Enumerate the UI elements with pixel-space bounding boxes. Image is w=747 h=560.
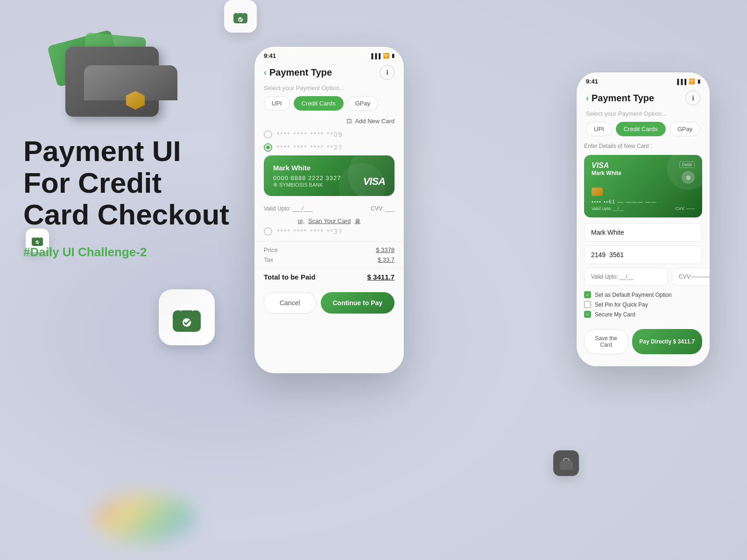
card-number-1: **** **** **** **09 xyxy=(277,131,343,138)
sgc-top: VISA Mark White Debit ⊛ xyxy=(592,161,695,184)
battery-icon: ▮ xyxy=(392,53,395,59)
card-item-2[interactable]: **** **** **** **27 xyxy=(264,143,395,152)
valid-cvv-row: Valid Upto: ___/___ CVV: ___ xyxy=(254,200,404,215)
checkbox-1[interactable] xyxy=(584,291,591,298)
valid-upto-input[interactable] xyxy=(584,268,668,286)
checkbox-label-1: Set as Default Payment Option xyxy=(595,292,672,298)
time-1: 9:41 xyxy=(264,52,276,59)
header-left-2: ‹ Payment Type xyxy=(586,93,654,104)
wifi-icon-2: 🛜 xyxy=(689,78,695,84)
header-title-1: Payment Type xyxy=(269,67,332,78)
svg-rect-6 xyxy=(560,461,573,470)
pay-button[interactable]: Continue to Pay xyxy=(321,292,395,314)
cvv-input[interactable] xyxy=(672,268,710,286)
sgc-chip xyxy=(592,188,603,196)
cvv-label: CVV: ___ xyxy=(371,205,395,212)
checkbox-2[interactable] xyxy=(584,301,591,308)
status-icons-1: ▐▐▐ 🛜 ▮ xyxy=(370,53,395,59)
wallet-body xyxy=(65,47,159,117)
card-list-3: **** **** **** **37 xyxy=(254,227,404,236)
wallet-illustration xyxy=(47,28,177,131)
card-item-3[interactable]: **** **** **** **37 xyxy=(264,227,395,236)
action-btns-1: Cancel Continue to Pay xyxy=(254,286,404,320)
info-button-1[interactable]: ℹ xyxy=(380,65,395,80)
scan-or-text: or, xyxy=(298,217,304,224)
subtitle-2: Select your Payment Option... xyxy=(577,110,710,122)
scan-card-link[interactable]: Scan Your Card xyxy=(308,217,351,224)
status-bar-1: 9:41 ▐▐▐ 🛜 ▮ xyxy=(254,47,404,61)
cardholder-name-input[interactable] xyxy=(584,223,702,242)
checkbox-3[interactable] xyxy=(584,311,591,318)
payment-tabs-2: UPI Credit Cards GPay xyxy=(577,122,710,143)
tab-gpay-2[interactable]: GPay xyxy=(669,122,701,136)
sgc-debit: Debit xyxy=(679,161,695,168)
sgc-bottom: Valid Upto: __/__ CVV: —— xyxy=(592,206,695,211)
new-card-preview: VISA Mark White Debit ⊛ •••• ••61 — ——— … xyxy=(584,155,702,217)
signal-icon: ▐▐▐ xyxy=(370,53,381,59)
phone-2: 9:41 ▐▐▐ 🛜 ▮ ‹ Payment Type ℹ Select you… xyxy=(577,72,710,366)
cancel-button[interactable]: Cancel xyxy=(264,292,316,314)
wifi-icon: 🛜 xyxy=(383,53,389,59)
info-button-2[interactable]: ℹ xyxy=(685,91,700,105)
phone-1-header: ‹ Payment Type ℹ xyxy=(254,61,404,84)
sgc-number: •••• ••61 — ——— —— xyxy=(592,199,695,204)
hero-text: Payment UI For Credit Card Checkout #Dai… xyxy=(23,135,229,259)
save-card-button[interactable]: Save the Card xyxy=(584,329,628,354)
credit-card-display: Mark White 0000 8888 2222 3327 ⊛ SYMBIOS… xyxy=(264,155,395,196)
page-title: Payment UI For Credit Card Checkout xyxy=(23,135,229,231)
add-card-row[interactable]: ⊡ Add New Card xyxy=(254,117,404,130)
subtitle-1: Select your Payment Option... xyxy=(254,84,404,96)
header-title-2: Payment Type xyxy=(592,93,654,104)
valid-cvv-form-row xyxy=(584,268,702,286)
bottom-btns-2: Save the Card Pay Directly $ 3411.7 xyxy=(577,324,710,362)
radio-2[interactable] xyxy=(264,143,272,152)
checkbox-label-3: Secure My Card xyxy=(595,311,635,318)
bottom-blob xyxy=(93,495,196,541)
price-row: Price $ 3378 xyxy=(264,246,395,253)
payment-tabs-1: UPI Credit Cards GPay xyxy=(254,96,404,117)
card-number-input[interactable] xyxy=(584,245,702,264)
sgc-cvv: CVV: —— xyxy=(676,206,695,211)
tab-upi-2[interactable]: UPI xyxy=(586,122,612,136)
status-bar-2: 9:41 ▐▐▐ 🛜 ▮ xyxy=(577,72,710,87)
card-list: **** **** **** **09 **** **** **** **27 xyxy=(254,130,404,152)
header-left-1: ‹ Payment Type xyxy=(264,67,332,78)
floating-bag-top xyxy=(224,0,257,33)
sgc-visa: VISA xyxy=(592,161,621,170)
symbiosis-icon: ⊛ xyxy=(273,182,277,188)
tab-creditcards-2[interactable]: Credit Cards xyxy=(616,122,666,136)
total-row: Total to be Paid $ 3411.7 xyxy=(254,268,404,286)
pay-direct-button[interactable]: Pay Directly $ 3411.7 xyxy=(632,329,703,354)
checkbox-row-1[interactable]: Set as Default Payment Option xyxy=(584,291,702,298)
back-arrow-2[interactable]: ‹ xyxy=(586,93,589,103)
price-label: Price xyxy=(264,246,278,253)
scan-card-icon: 🖥 xyxy=(354,217,360,224)
tab-gpay-1[interactable]: GPay xyxy=(347,96,379,111)
checkbox-row-3[interactable]: Secure My Card xyxy=(584,311,702,318)
form-label: Enter Details of New Card : xyxy=(577,143,710,152)
sgc-valid: Valid Upto: __/__ xyxy=(592,206,623,211)
time-2: 9:41 xyxy=(586,78,598,85)
radio-1[interactable] xyxy=(264,130,272,139)
challenge-tag: #Daily UI Challenge-2 xyxy=(23,245,229,259)
tax-value: $ 33.7 xyxy=(378,256,395,263)
checkbox-row-2[interactable]: Set Pin for Quick Pay xyxy=(584,301,702,308)
radio-3[interactable] xyxy=(264,227,272,236)
card-item-1[interactable]: **** **** **** **09 xyxy=(264,130,395,139)
tax-label: Tax xyxy=(264,256,273,263)
back-arrow-1[interactable]: ‹ xyxy=(264,68,267,77)
card-number-display: 0000 8888 2222 3327 xyxy=(273,175,341,182)
form-section xyxy=(577,223,710,289)
total-value: $ 3411.7 xyxy=(367,273,395,281)
phone-1: 9:41 ▐▐▐ 🛜 ▮ ‹ Payment Type ℹ Select you… xyxy=(254,47,404,373)
bank-name: ⊛ SYMBIOSIS BANK xyxy=(273,182,341,188)
scan-frame-icon: ⊡ xyxy=(346,117,352,125)
wallet-badge: ⊛ xyxy=(682,171,695,184)
checkbox-section: Set as Default Payment Option Set Pin fo… xyxy=(577,289,710,324)
tab-upi-1[interactable]: UPI xyxy=(264,96,290,111)
tab-creditcards-1[interactable]: Credit Cards xyxy=(294,96,344,111)
floating-bag-br xyxy=(553,450,579,476)
card-holder-name: Mark White xyxy=(273,164,385,172)
phone-2-screen: 9:41 ▐▐▐ 🛜 ▮ ‹ Payment Type ℹ Select you… xyxy=(577,72,710,366)
total-label: Total to be Paid xyxy=(264,273,316,281)
